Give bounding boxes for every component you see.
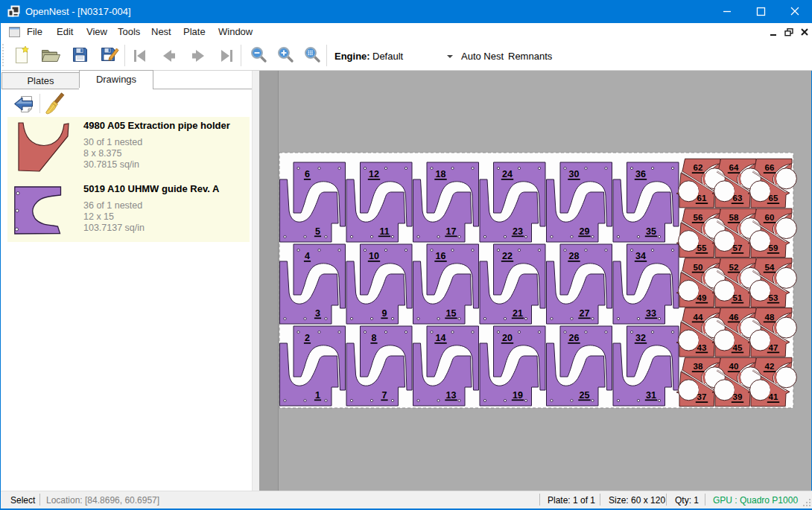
svg-text:63: 63 [733,194,743,203]
svg-text:36: 36 [635,169,646,179]
svg-text:24: 24 [502,169,513,179]
svg-text:46: 46 [729,313,739,322]
svg-text:40: 40 [729,362,739,371]
svg-text:26: 26 [569,333,580,343]
svg-text:13: 13 [446,390,457,401]
svg-text:32: 32 [635,333,646,343]
svg-text:41: 41 [769,392,778,401]
svg-text:19: 19 [513,390,523,401]
svg-text:56: 56 [694,213,703,222]
svg-text:27: 27 [580,308,590,319]
svg-text:1: 1 [315,390,320,401]
svg-text:45: 45 [733,343,743,352]
svg-text:6: 6 [305,169,310,179]
svg-text:61: 61 [697,194,707,203]
svg-text:52: 52 [729,263,739,272]
svg-text:11: 11 [379,226,389,237]
svg-text:5: 5 [315,226,320,237]
svg-text:51: 51 [733,293,743,302]
svg-text:50: 50 [694,263,703,272]
svg-text:55: 55 [697,243,707,252]
svg-text:14: 14 [436,333,446,343]
svg-text:7: 7 [382,390,387,401]
svg-text:53: 53 [769,293,778,302]
svg-text:62: 62 [694,163,703,172]
svg-text:17: 17 [446,226,457,237]
svg-text:20: 20 [502,333,513,343]
svg-text:35: 35 [646,226,656,237]
svg-text:34: 34 [635,251,646,261]
svg-text:43: 43 [697,343,707,352]
svg-text:15: 15 [446,308,457,319]
svg-text:33: 33 [646,308,656,319]
svg-text:21: 21 [513,308,523,319]
svg-text:66: 66 [765,163,775,172]
svg-text:38: 38 [694,362,703,371]
svg-text:65: 65 [769,194,778,203]
svg-text:47: 47 [769,343,778,352]
svg-text:44: 44 [694,313,703,322]
svg-text:30: 30 [569,169,580,179]
svg-text:42: 42 [765,362,775,371]
svg-text:58: 58 [729,213,739,222]
svg-text:16: 16 [436,251,446,261]
svg-text:10: 10 [369,251,379,261]
svg-text:2: 2 [305,333,310,343]
svg-text:18: 18 [436,169,446,179]
svg-text:64: 64 [729,163,739,172]
svg-text:31: 31 [646,390,656,401]
svg-text:59: 59 [769,243,778,252]
svg-text:29: 29 [580,226,590,237]
svg-text:25: 25 [580,390,590,401]
svg-text:48: 48 [765,313,775,322]
svg-text:23: 23 [513,226,523,237]
svg-text:12: 12 [369,169,379,179]
svg-text:22: 22 [502,251,513,261]
svg-text:54: 54 [765,263,775,272]
svg-text:39: 39 [733,392,743,401]
svg-text:57: 57 [733,243,743,252]
svg-text:37: 37 [697,392,707,401]
svg-text:60: 60 [765,213,775,222]
svg-text:9: 9 [382,308,387,319]
svg-text:8: 8 [372,333,377,343]
svg-text:49: 49 [697,293,707,302]
svg-text:28: 28 [569,251,580,261]
svg-text:4: 4 [305,251,310,261]
svg-text:3: 3 [315,308,320,319]
